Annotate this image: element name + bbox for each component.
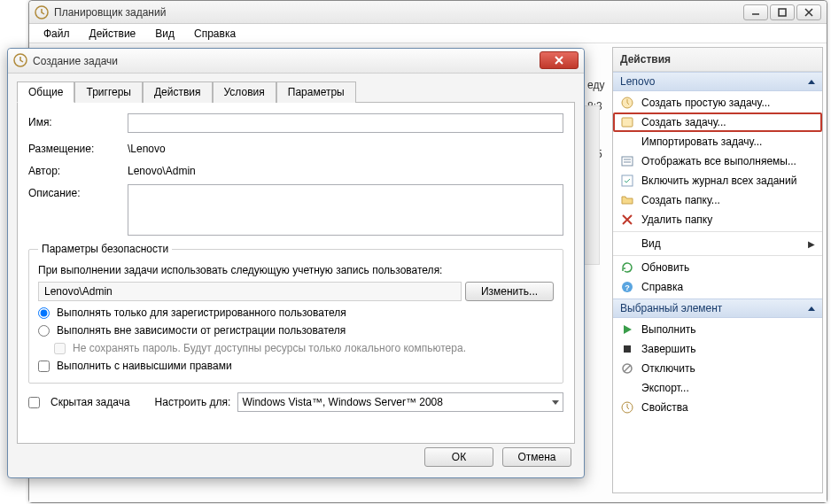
dialog-buttons: ОК Отмена xyxy=(424,447,571,467)
action-import-task[interactable]: Импортировать задачу... xyxy=(613,132,822,151)
action-label: Обновить xyxy=(641,261,689,274)
radio-logged-on-label: Выполнять только для зарегистрированного… xyxy=(57,306,346,319)
folder-icon xyxy=(620,193,634,207)
svg-rect-4 xyxy=(622,118,633,127)
location-value: \Lenovo xyxy=(128,140,166,155)
action-enable-history[interactable]: Включить журнал всех заданий xyxy=(613,171,822,190)
stop-icon xyxy=(620,342,634,356)
cancel-button[interactable]: Отмена xyxy=(502,447,571,467)
menu-help[interactable]: Справка xyxy=(185,26,245,42)
actions-section-selected[interactable]: Выбранный элемент xyxy=(613,299,822,318)
action-label: Экспорт... xyxy=(641,382,689,394)
divider xyxy=(613,255,822,256)
action-label: Создать простую задачу... xyxy=(641,97,770,109)
action-label: Создать задачу... xyxy=(641,116,726,128)
play-icon xyxy=(620,322,634,337)
action-help[interactable]: ? Справка xyxy=(613,277,822,297)
action-show-running[interactable]: Отображать все выполняемы... xyxy=(613,151,822,171)
security-fieldset: Параметры безопасности При выполнении за… xyxy=(28,243,563,384)
tab-panel-general: Имя: Размещение: \Lenovo Автор: Lenovo\A… xyxy=(17,102,575,444)
action-create-folder[interactable]: Создать папку... xyxy=(613,190,822,210)
action-refresh[interactable]: Обновить xyxy=(613,258,822,277)
svg-rect-8 xyxy=(622,175,633,186)
tab-conditions[interactable]: Условия xyxy=(213,81,276,103)
window-buttons xyxy=(743,4,821,20)
tab-triggers[interactable]: Триггеры xyxy=(74,81,143,103)
tab-actions[interactable]: Действия xyxy=(143,81,213,103)
configure-combo[interactable]: Windows Vista™, Windows Server™ 2008 xyxy=(237,392,563,412)
dialog-titlebar: Создание задачи xyxy=(8,49,584,74)
action-end[interactable]: Завершить xyxy=(613,339,822,359)
action-label: Удалить папку xyxy=(641,213,712,226)
action-label: Свойства xyxy=(641,401,688,414)
check-hidden-task[interactable] xyxy=(28,397,40,408)
action-view[interactable]: Вид ▶ xyxy=(613,234,822,253)
change-user-button[interactable]: Изменить... xyxy=(465,282,554,301)
action-label: Справка xyxy=(641,281,683,293)
author-value: Lenovo\Admin xyxy=(128,162,196,177)
desc-input[interactable] xyxy=(128,184,563,236)
action-create-basic-task[interactable]: Создать простую задачу... xyxy=(613,93,822,112)
action-label: Создать папку... xyxy=(641,194,720,206)
collapse-icon xyxy=(808,306,815,311)
tab-general[interactable]: Общие xyxy=(17,81,74,103)
security-legend: Параметры безопасности xyxy=(38,243,172,255)
actions-pane: Действия Lenovo Создать простую задачу..… xyxy=(612,47,823,493)
menubar: Файл Действие Вид Справка xyxy=(29,24,827,43)
help-icon: ? xyxy=(620,280,634,294)
action-create-task[interactable]: Создать задачу... xyxy=(613,112,822,132)
action-export[interactable]: Экспорт... xyxy=(613,378,822,398)
history-icon xyxy=(620,174,634,188)
name-input[interactable] xyxy=(128,113,563,133)
minimize-button[interactable] xyxy=(743,4,768,20)
action-label: Отображать все выполняемы... xyxy=(641,155,796,167)
action-label: Включить журнал всех заданий xyxy=(641,174,796,187)
radio-any-user-label: Выполнять вне зависимости от регистрации… xyxy=(57,324,346,337)
dialog-icon xyxy=(13,53,27,69)
menu-view[interactable]: Вид xyxy=(146,26,183,42)
task-icon xyxy=(620,115,634,129)
radio-any-user[interactable] xyxy=(38,325,50,337)
maximize-button[interactable] xyxy=(770,4,795,20)
security-account: Lenovo\Admin xyxy=(38,282,462,301)
action-label: Завершить xyxy=(641,343,696,355)
import-icon xyxy=(620,135,634,149)
dialog-title: Создание задачи xyxy=(33,55,540,67)
menu-action[interactable]: Действие xyxy=(81,26,145,42)
disable-icon xyxy=(620,361,634,376)
configure-value: Windows Vista™, Windows Server™ 2008 xyxy=(242,396,443,408)
action-run[interactable]: Выполнить xyxy=(613,320,822,339)
tab-settings[interactable]: Параметры xyxy=(276,81,356,103)
name-label: Имя: xyxy=(28,113,122,128)
configure-label: Настроить для: xyxy=(155,396,231,408)
section-title: Выбранный элемент xyxy=(620,302,722,314)
action-label: Вид xyxy=(641,237,661,250)
delete-icon xyxy=(620,213,634,227)
security-line1: При выполнении задачи использовать следу… xyxy=(38,264,554,276)
list-icon xyxy=(620,154,634,168)
actions-header: Действия xyxy=(613,48,822,72)
action-label: Импортировать задачу... xyxy=(641,136,762,148)
action-properties[interactable]: Свойства xyxy=(613,398,822,417)
check-highest-priv[interactable] xyxy=(38,361,50,372)
close-window-button[interactable] xyxy=(796,4,821,20)
divider xyxy=(613,231,822,232)
author-label: Автор: xyxy=(28,162,122,177)
background-scrollbar[interactable] xyxy=(584,105,600,265)
check-highest-priv-label: Выполнить с наивысшими правами xyxy=(57,360,232,372)
app-icon xyxy=(35,5,49,19)
actions-section-lenovo[interactable]: Lenovo xyxy=(613,72,822,91)
dialog-close-button[interactable] xyxy=(540,51,579,69)
action-disable[interactable]: Отключить xyxy=(613,359,822,378)
ok-button[interactable]: ОК xyxy=(424,447,493,467)
radio-logged-on[interactable] xyxy=(38,307,50,319)
refresh-icon xyxy=(620,260,634,275)
check-nosave-label: Не сохранять пароль. Будут доступны ресу… xyxy=(73,342,466,354)
blank-icon xyxy=(620,236,634,251)
menu-file[interactable]: Файл xyxy=(35,26,79,42)
desc-label: Описание: xyxy=(28,184,122,199)
action-delete-folder[interactable]: Удалить папку xyxy=(613,210,822,229)
check-nosave-password xyxy=(54,343,66,354)
chevron-down-icon xyxy=(552,400,559,405)
svg-rect-5 xyxy=(622,157,633,166)
